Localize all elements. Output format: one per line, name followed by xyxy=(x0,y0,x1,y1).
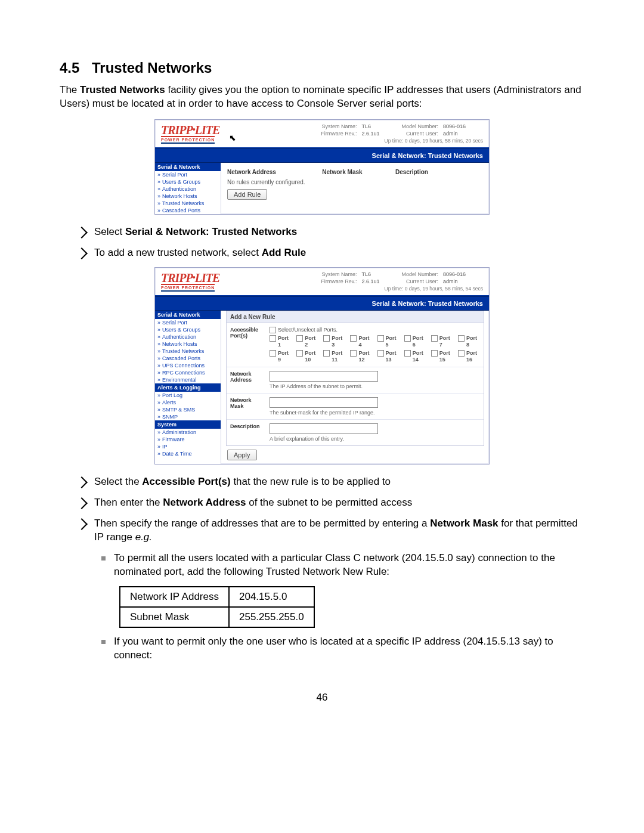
section-heading: 4.5Trusted Networks xyxy=(60,60,584,76)
port-checkbox[interactable]: Port 9 xyxy=(270,350,292,363)
brand-logo: TRIPP•LITE POWER PROTECTION xyxy=(161,271,219,292)
step-item: Select Serial & Network: Trusted Network… xyxy=(78,225,584,239)
port-checkbox[interactable]: Port 15 xyxy=(431,350,453,363)
port-checkbox[interactable]: Port 16 xyxy=(458,350,480,363)
add-rule-button[interactable]: Add Rule xyxy=(227,189,267,200)
network-address-input[interactable] xyxy=(270,371,378,382)
sidebar-item[interactable]: »RPC Connections xyxy=(155,369,221,376)
select-all-checkbox[interactable]: Select/Unselect all Ports. xyxy=(270,327,480,333)
step-item: Select the Accessible Port(s) that the n… xyxy=(78,475,584,489)
sidebar-item[interactable]: »Authentication xyxy=(155,333,221,340)
sidebar-item[interactable]: »Authentication xyxy=(155,185,221,193)
arrow-icon xyxy=(76,497,88,509)
sidebar-item[interactable]: »Users & Groups xyxy=(155,326,221,333)
sidebar-item[interactable]: »Environmental xyxy=(155,376,221,383)
page-number: 46 xyxy=(60,692,584,704)
sidebar-item[interactable]: »Alerts xyxy=(155,399,221,406)
system-info: System Name:TL6 Model Number:8096-016 Fi… xyxy=(241,123,483,144)
sub-step-item: If you want to permit only the one user … xyxy=(101,635,584,662)
sidebar-item[interactable]: »Cascaded Ports xyxy=(155,207,221,214)
port-checkbox[interactable]: Port 10 xyxy=(296,350,318,363)
arrow-icon xyxy=(76,518,88,530)
sidebar-item[interactable]: »Network Hosts xyxy=(155,193,221,200)
system-info: System Name:TL6 Model Number:8096-016 Fi… xyxy=(234,271,483,292)
intro-paragraph: The Trusted Networks facility gives you … xyxy=(60,83,584,111)
step-item: To add a new trusted network, select Add… xyxy=(78,246,584,260)
port-checkbox[interactable]: Port 6 xyxy=(404,335,426,348)
cursor-icon: ⬉ xyxy=(229,133,236,143)
page-title-bar: Serial & Network: Trusted Networks xyxy=(155,148,489,163)
sidebar-item[interactable]: »IP xyxy=(155,443,221,450)
section-title: Trusted Networks xyxy=(92,60,212,76)
port-checkbox[interactable]: Port 5 xyxy=(377,335,400,348)
bullet-icon xyxy=(101,556,106,561)
document-page: 4.5Trusted Networks The Trusted Networks… xyxy=(0,0,644,721)
network-mask-input[interactable] xyxy=(270,397,378,408)
sub-step-item: To permit all the users located with a p… xyxy=(101,552,584,579)
empty-state: No rules currently configured. xyxy=(227,179,484,185)
sidebar-item[interactable]: »UPS Connections xyxy=(155,362,221,369)
bullet-icon xyxy=(101,640,106,644)
page-title-bar: Serial & Network: Trusted Networks xyxy=(155,296,489,311)
port-checkbox[interactable]: Port 7 xyxy=(431,335,453,348)
brand-logo: TRIPP•LITE POWER PROTECTION xyxy=(161,123,219,144)
port-checkbox[interactable]: Port 14 xyxy=(404,350,426,363)
sidebar-item[interactable]: »Administration xyxy=(155,429,221,436)
example-table: Network IP Address204.15.5.0 Subnet Mask… xyxy=(119,586,315,628)
port-checkbox[interactable]: Port 3 xyxy=(323,335,345,348)
panel-title: Add a New Rule xyxy=(227,311,484,323)
port-checkbox[interactable]: Port 2 xyxy=(296,335,318,348)
embedded-screenshot-1: TRIPP•LITE POWER PROTECTION ⬉ System Nam… xyxy=(154,119,490,215)
step-item: Then enter the Network Address of the su… xyxy=(78,496,584,510)
sidebar-item[interactable]: »Date & Time xyxy=(155,450,221,457)
sidebar-item[interactable]: »Users & Groups xyxy=(155,178,221,185)
sidebar-item[interactable]: »Firmware xyxy=(155,436,221,443)
port-checkbox[interactable]: Port 1 xyxy=(270,335,292,348)
port-checkbox[interactable]: Port 12 xyxy=(350,350,372,363)
port-checkbox[interactable]: Port 11 xyxy=(323,350,345,363)
sidebar-item[interactable]: »Trusted Networks xyxy=(155,348,221,355)
step-item: Then specify the range of addresses that… xyxy=(78,517,584,544)
sidebar-item[interactable]: »Port Log xyxy=(155,392,221,399)
table-header: Network Address Network Mask Description xyxy=(226,166,484,178)
description-input[interactable] xyxy=(270,423,378,434)
apply-button[interactable]: Apply xyxy=(227,450,257,460)
port-checkbox[interactable]: Port 8 xyxy=(458,335,480,348)
sidebar: Serial & Network »Serial Port»Users & Gr… xyxy=(155,163,221,214)
port-checkbox[interactable]: Port 13 xyxy=(377,350,400,363)
sidebar-item[interactable]: »Serial Port xyxy=(155,319,221,326)
arrow-icon xyxy=(76,247,88,259)
embedded-screenshot-2: TRIPP•LITE POWER PROTECTION System Name:… xyxy=(154,267,490,465)
sidebar-item[interactable]: »Network Hosts xyxy=(155,340,221,348)
arrow-icon xyxy=(76,476,88,488)
section-number: 4.5 xyxy=(60,60,92,76)
sidebar-item[interactable]: »SMTP & SMS xyxy=(155,406,221,413)
arrow-icon xyxy=(76,227,88,239)
sidebar-item[interactable]: »SNMP xyxy=(155,413,221,420)
sidebar-item[interactable]: »Serial Port xyxy=(155,171,221,178)
port-checkbox[interactable]: Port 4 xyxy=(350,335,372,348)
sidebar-item[interactable]: »Cascaded Ports xyxy=(155,355,221,362)
sidebar: Serial & Network »Serial Port»Users & Gr… xyxy=(155,311,221,464)
sidebar-item[interactable]: »Trusted Networks xyxy=(155,200,221,207)
